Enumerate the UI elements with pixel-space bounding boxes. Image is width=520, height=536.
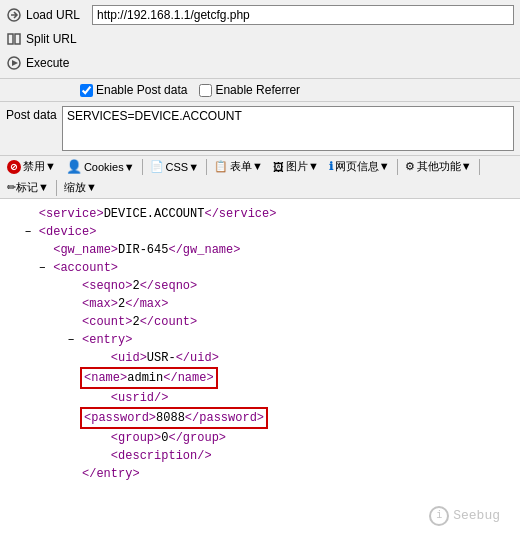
btn-form[interactable]: 📋 表单▼ xyxy=(211,158,266,175)
btn-image[interactable]: 🖼 图片▼ xyxy=(270,158,322,175)
xml-line-2: – <device> xyxy=(10,223,510,241)
xml-line-5: <seqno>2</seqno> xyxy=(10,277,510,295)
xml-line-9: <uid>USR-</uid> xyxy=(10,349,510,367)
xml-line-8: – <entry> xyxy=(10,331,510,349)
execute-label[interactable]: Execute xyxy=(26,56,86,70)
options-row: Enable Post data Enable Referrer xyxy=(0,79,520,102)
svg-marker-4 xyxy=(12,60,18,66)
btn-disable[interactable]: ⊘ 禁用▼ xyxy=(4,158,59,175)
browser-toolbar: ⊘ 禁用▼ 👤 Cookies▼ 📄 CSS▼ 📋 表单▼ 🖼 图片▼ ℹ 网页… xyxy=(0,156,520,199)
xml-line-15: </entry> xyxy=(10,465,510,483)
more-icon: ⚙ xyxy=(405,160,415,173)
xml-line-4: – <account> xyxy=(10,259,510,277)
form-icon: 📋 xyxy=(214,160,228,173)
load-url-row: Load URL xyxy=(6,4,514,26)
xml-line-11: <usrid/> xyxy=(10,389,510,407)
load-url-label[interactable]: Load URL xyxy=(26,8,86,22)
split-url-icon xyxy=(6,31,22,47)
url-input[interactable] xyxy=(92,5,514,25)
xml-line-7: <count>2</count> xyxy=(10,313,510,331)
btn-zoom[interactable]: 缩放▼ xyxy=(61,179,100,196)
svg-rect-2 xyxy=(15,34,20,44)
image-icon: 🖼 xyxy=(273,161,284,173)
xml-line-10: <name>admin</name> xyxy=(10,367,510,389)
divider-1 xyxy=(142,159,143,175)
xml-line-6: <max>2</max> xyxy=(10,295,510,313)
divider-2 xyxy=(206,159,207,175)
app-container: Load URL Split URL Execute xyxy=(0,0,520,536)
top-toolbar: Load URL Split URL Execute xyxy=(0,0,520,79)
seebug-watermark: i Seebug xyxy=(429,506,500,526)
seebug-text: Seebug xyxy=(453,507,500,525)
postdata-label: Post data xyxy=(6,106,62,122)
divider-5 xyxy=(56,180,57,196)
css-icon: 📄 xyxy=(150,160,164,173)
load-url-icon xyxy=(6,7,22,23)
enable-referrer-label[interactable]: Enable Referrer xyxy=(199,83,300,97)
svg-rect-1 xyxy=(8,34,13,44)
btn-cookies[interactable]: 👤 Cookies▼ xyxy=(63,158,138,175)
info-icon: ℹ xyxy=(329,160,333,173)
execute-icon xyxy=(6,55,22,71)
enable-post-checkbox[interactable] xyxy=(80,84,93,97)
seebug-circle-icon: i xyxy=(429,506,449,526)
enable-referrer-checkbox[interactable] xyxy=(199,84,212,97)
xml-line-14: <description/> xyxy=(10,447,510,465)
divider-4 xyxy=(479,159,480,175)
postdata-input[interactable]: SERVICES=DEVICE.ACCOUNT xyxy=(62,106,514,151)
btn-more[interactable]: ⚙ 其他功能▼ xyxy=(402,158,475,175)
btn-info[interactable]: ℹ 网页信息▼ xyxy=(326,158,393,175)
split-url-row: Split URL xyxy=(6,28,514,50)
btn-tag[interactable]: ✏标记▼ xyxy=(4,179,52,196)
postdata-section: Post data SERVICES=DEVICE.ACCOUNT xyxy=(0,102,520,156)
cookies-icon: 👤 xyxy=(66,159,82,174)
xml-content-area: <service>DEVICE.ACCOUNT</service> – <dev… xyxy=(0,199,520,536)
xml-line-12: <password>8088</password> xyxy=(10,407,510,429)
btn-css[interactable]: 📄 CSS▼ xyxy=(147,159,203,174)
disable-icon: ⊘ xyxy=(7,160,21,174)
xml-line-1: <service>DEVICE.ACCOUNT</service> xyxy=(10,205,510,223)
xml-line-3: <gw_name>DIR-645</gw_name> xyxy=(10,241,510,259)
execute-row: Execute xyxy=(6,52,514,74)
enable-post-label[interactable]: Enable Post data xyxy=(80,83,187,97)
xml-line-13: <group>0</group> xyxy=(10,429,510,447)
split-url-label[interactable]: Split URL xyxy=(26,32,86,46)
divider-3 xyxy=(397,159,398,175)
